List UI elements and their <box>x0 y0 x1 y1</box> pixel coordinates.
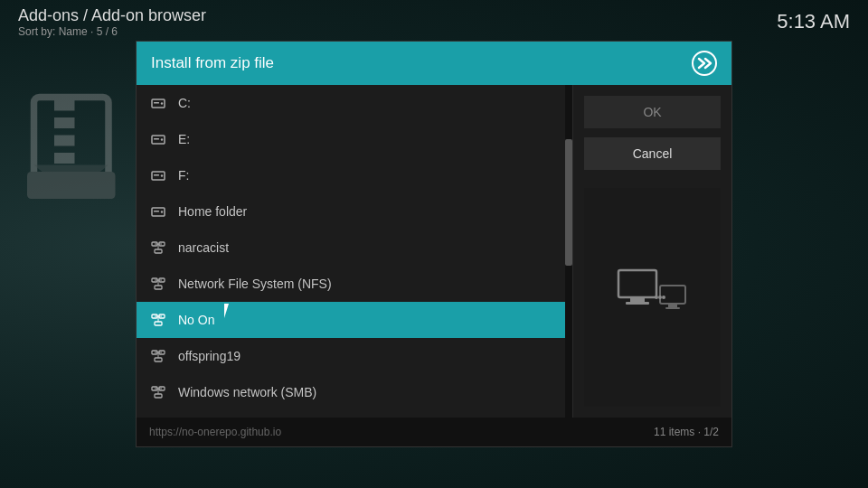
modal-body: C: E: <box>137 85 731 418</box>
svg-rect-52 <box>660 286 685 304</box>
network-icon <box>149 275 167 293</box>
file-item-noonerepo[interactable]: No On <box>137 302 565 338</box>
file-item-f[interactable]: F: <box>137 157 565 193</box>
file-item-home[interactable]: Home folder <box>137 193 565 230</box>
file-list[interactable]: C: E: <box>137 85 565 418</box>
scrollbar[interactable] <box>565 85 572 418</box>
svg-point-8 <box>161 102 163 104</box>
footer-url: https://no-onerepo.github.io <box>149 426 281 438</box>
drive-icon <box>149 166 167 184</box>
file-label: No On <box>178 313 214 327</box>
svg-rect-31 <box>155 322 162 325</box>
svg-rect-49 <box>618 270 656 297</box>
file-label: narcacist <box>178 240 229 255</box>
file-label: E: <box>178 132 190 146</box>
file-list-container: C: E: <box>137 85 573 418</box>
file-item-e[interactable]: E: <box>137 121 565 157</box>
network-icon <box>149 347 167 365</box>
file-item-offspring19[interactable]: offspring19 <box>137 338 565 374</box>
ok-button[interactable]: OK <box>584 96 721 128</box>
svg-rect-21 <box>155 249 162 253</box>
drive-icon <box>149 94 167 112</box>
svg-rect-51 <box>626 302 649 305</box>
footer-count: 11 items · 1/2 <box>654 426 719 438</box>
network-icon <box>149 239 167 257</box>
file-item-c[interactable]: C: <box>137 85 565 121</box>
svg-rect-9 <box>154 102 159 104</box>
file-label: Network File System (NFS) <box>178 277 332 291</box>
svg-point-57 <box>662 296 665 299</box>
file-item-smb[interactable]: Windows network (SMB) <box>137 374 565 410</box>
svg-rect-41 <box>155 394 162 398</box>
modal-overlay: Install from zip file <box>0 0 868 488</box>
svg-point-55 <box>655 296 658 299</box>
scrollbar-thumb[interactable] <box>565 139 572 266</box>
svg-rect-12 <box>154 138 159 140</box>
file-label: F: <box>178 168 189 183</box>
file-item-narcacist[interactable]: narcacist <box>137 230 565 266</box>
file-label: Windows network (SMB) <box>178 385 316 399</box>
svg-point-11 <box>161 138 163 140</box>
svg-rect-15 <box>154 174 159 176</box>
file-label: offspring19 <box>178 349 241 363</box>
drive-icon <box>149 130 167 148</box>
drive-icon <box>149 202 167 221</box>
svg-rect-26 <box>155 286 162 289</box>
file-label: Home folder <box>178 204 247 219</box>
svg-point-56 <box>658 296 662 299</box>
svg-rect-53 <box>668 304 677 307</box>
modal-header: Install from zip file <box>137 42 731 85</box>
preview-box <box>584 188 721 407</box>
svg-rect-18 <box>154 211 159 212</box>
svg-rect-50 <box>630 297 645 302</box>
svg-point-17 <box>161 211 163 212</box>
cancel-button[interactable]: Cancel <box>584 137 721 170</box>
file-list-scroll: C: E: <box>137 85 572 418</box>
file-item-nfs[interactable]: Network File System (NFS) <box>137 266 565 302</box>
modal-footer: https://no-onerepo.github.io 11 items · … <box>137 418 731 446</box>
svg-rect-36 <box>155 358 162 361</box>
network-computers-icon <box>617 266 689 329</box>
file-label: C: <box>178 96 191 110</box>
right-panel: OK Cancel <box>573 85 731 418</box>
modal-title: Install from zip file <box>151 54 274 72</box>
svg-point-14 <box>161 174 163 176</box>
kodi-logo-icon <box>692 51 717 76</box>
install-zip-dialog: Install from zip file <box>136 41 732 447</box>
network-icon <box>149 311 167 329</box>
file-item-wtmlk19[interactable]: wtmlk19 <box>137 410 565 418</box>
network-icon <box>149 383 167 401</box>
svg-rect-54 <box>665 307 680 309</box>
